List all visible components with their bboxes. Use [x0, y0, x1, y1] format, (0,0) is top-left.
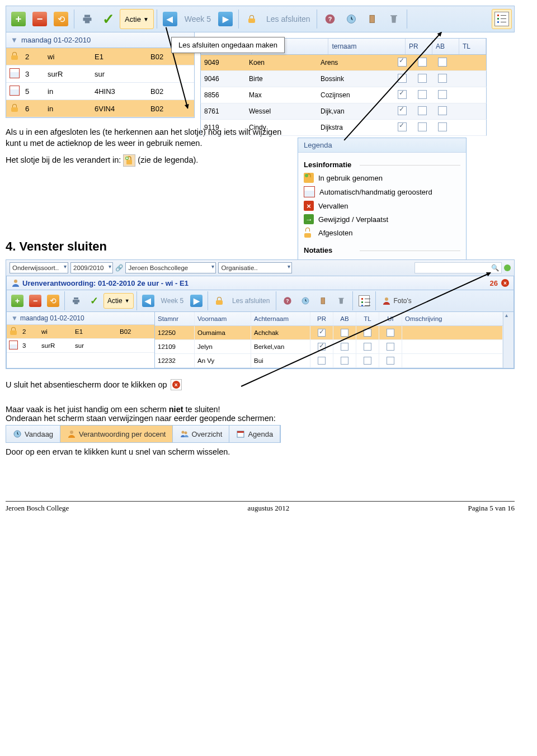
door-icon — [367, 13, 378, 25]
actie-dropdown-2[interactable]: Actie▼ — [103, 293, 134, 309]
filter-school[interactable]: Jeroen Boschcollege — [125, 262, 216, 273]
col-stamnr: Stamnr — [155, 312, 195, 325]
remove-button[interactable]: − — [30, 9, 50, 29]
help-button[interactable]: ? — [320, 9, 340, 29]
list-2[interactable] — [356, 292, 373, 309]
day-header[interactable]: ▼ maandag 01-02-2010 — [6, 32, 195, 48]
prev-week-button[interactable]: ◀ — [160, 9, 180, 29]
legend-item: Automatisch/handmatig geroosterd — [304, 185, 460, 199]
printer-icon — [72, 296, 81, 305]
schedule-row[interactable]: 3surR sur — [7, 339, 154, 353]
add-button[interactable]: + — [8, 9, 29, 29]
close-button[interactable]: × — [501, 279, 509, 287]
legend-section-notaties: Notaties — [304, 246, 460, 254]
schedule-row[interactable]: 3surR sur — [6, 65, 194, 83]
legend-button[interactable] — [492, 9, 512, 29]
filter-onderwijs[interactable]: Onderwijssoort.. — [10, 262, 68, 273]
clock-button[interactable] — [341, 9, 361, 29]
schedule-row[interactable]: 2wi E1B02 — [7, 325, 154, 339]
help-2[interactable]: ? — [279, 292, 296, 309]
svg-point-7 — [305, 174, 308, 177]
les-label-2: Les afsluiten — [229, 297, 273, 305]
svg-point-17 — [185, 432, 187, 434]
svg-rect-6 — [306, 177, 312, 182]
door-2[interactable] — [315, 292, 332, 309]
clock-icon — [346, 13, 357, 25]
col-tl: TL — [459, 39, 486, 54]
clock-2[interactable] — [297, 292, 314, 309]
col-voornaam: Voornaam — [195, 312, 251, 325]
lock-icon — [215, 297, 223, 305]
p-niet-b: niet — [169, 405, 183, 414]
confirm-button[interactable]: ✓ — [98, 9, 119, 29]
page-footer: Jeroen Bosch College augustus 2012 Pagin… — [6, 501, 515, 513]
close-icon-inline: × — [171, 379, 182, 390]
next-week-button[interactable]: ▶ — [215, 9, 235, 29]
student-row[interactable]: 8856 MaxCozijnsen — [200, 87, 487, 103]
status-dot — [504, 264, 511, 271]
student-row[interactable]: 8761 WesselDijk,van — [200, 103, 487, 120]
svg-rect-19 — [237, 431, 244, 433]
trash-button[interactable] — [384, 9, 404, 29]
week-label-2: Week 5 — [158, 297, 187, 305]
student-row[interactable]: 9119 CindyDijkstra — [200, 120, 487, 136]
schedule-row[interactable]: 2wi E1B02 — [6, 48, 194, 65]
confirm-button-2[interactable]: ✓ — [86, 292, 102, 309]
lock-button[interactable] — [242, 9, 262, 29]
p-switch: Door op een ervan te klikken kunt u snel… — [6, 447, 515, 456]
day-2: maandag 01-02-2010 — [20, 314, 84, 322]
footer-mid: augustus 2012 — [69, 504, 468, 513]
para-2b: (zie de legenda). — [138, 155, 198, 166]
svg-point-15 — [70, 431, 73, 434]
lock-button-2[interactable] — [211, 292, 228, 309]
trash-icon — [388, 13, 399, 25]
svg-rect-4 — [126, 160, 132, 164]
student-row[interactable]: 12250OumaimaAchchak — [155, 326, 503, 340]
add-button-2[interactable]: + — [9, 292, 26, 309]
student-row[interactable]: 9046 BirteBossink — [200, 71, 487, 87]
lock-icon — [248, 15, 256, 23]
refresh-button-2[interactable]: ⟲ — [45, 292, 62, 309]
actie-label: Actie — [125, 15, 141, 23]
refresh-button[interactable]: ⟲ — [51, 9, 71, 29]
schedule-row[interactable]: 6in 6VIN4B02 — [6, 100, 194, 117]
next-week-2[interactable]: ▶ — [188, 292, 205, 309]
legend-item: →Gewijzigd / Verplaatst — [304, 212, 460, 226]
legend-item: ×Vervallen — [304, 199, 460, 212]
col-ab: AB — [432, 39, 459, 54]
prev-week-2[interactable]: ◀ — [140, 292, 157, 309]
student-row[interactable]: 12109JelynBerkel,van — [155, 340, 503, 354]
tab-verantwoording-per-docent[interactable]: Verantwoording per docent — [60, 426, 173, 442]
student-row[interactable]: 12232An VyBui — [155, 354, 503, 368]
p-niet-c: te sluiten! — [183, 405, 220, 414]
remove-button-2[interactable]: − — [27, 292, 44, 309]
list-icon — [494, 12, 509, 26]
tooltip-undo-close-lesson: Les afsluiten ongedaan maken — [171, 37, 285, 53]
tab-agenda[interactable]: Agenda — [229, 426, 280, 442]
filter-jaar[interactable]: 2009/2010 — [70, 262, 113, 273]
section-title-bar: Urenverantwoording: 01-02-2010 2e uur - … — [6, 276, 514, 290]
para-2a: Het slotje bij de les verandert in: — [6, 155, 121, 166]
fotos-button[interactable]: Foto's — [379, 296, 414, 305]
col-achternaam: Achternaam — [251, 312, 310, 325]
legend-item: Afgesloten — [304, 226, 460, 239]
footer-left: Jeroen Bosch College — [6, 504, 69, 513]
footer-right: Pagina 5 van 16 — [468, 504, 515, 513]
print-button-2[interactable] — [68, 292, 84, 309]
print-button[interactable] — [77, 9, 97, 29]
student-row[interactable]: 9049 KoenArens — [200, 55, 487, 71]
trash-2[interactable] — [333, 292, 350, 309]
day-date: maandag 01-02-2010 — [21, 36, 91, 44]
svg-text:?: ? — [286, 298, 289, 304]
schedule-row[interactable]: 5in 4HIN3B02 — [6, 83, 194, 100]
door-button[interactable] — [362, 9, 383, 29]
tab-vandaag[interactable]: Vandaag — [6, 426, 60, 442]
col-omschr: Omschrijving — [402, 312, 503, 325]
actie-dropdown[interactable]: Actie▼ — [120, 9, 154, 29]
help-icon: ? — [324, 13, 336, 25]
scrollbar[interactable] — [503, 312, 514, 368]
p-niet-a: Maar vaak is het juist handig om een sch… — [6, 405, 169, 414]
filter-org[interactable]: Organisatie.. — [218, 262, 292, 273]
legend-title: Legenda — [298, 138, 466, 153]
tab-overzicht[interactable]: Overzicht — [173, 426, 229, 442]
